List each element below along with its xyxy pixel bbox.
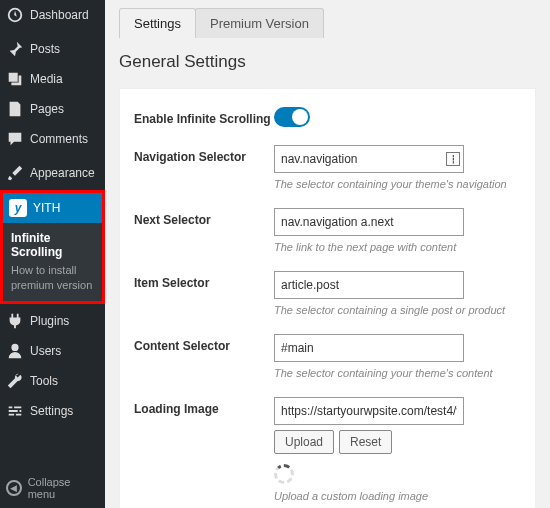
loading-label: Loading Image: [134, 397, 274, 416]
sidebar-item-pages[interactable]: Pages: [0, 94, 105, 124]
tab-premium[interactable]: Premium Version: [195, 8, 324, 38]
page-icon: [6, 100, 24, 118]
sidebar-item-settings[interactable]: Settings: [0, 396, 105, 426]
submenu-item-infinite-scrolling[interactable]: Infinite Scrolling: [11, 231, 94, 259]
comment-icon: [6, 130, 24, 148]
menu-label: Dashboard: [30, 8, 89, 22]
highlighted-menu-block: y YITH Infinite Scrolling How to install…: [0, 190, 105, 304]
admin-sidebar: Dashboard Posts Media Pages Comments App…: [0, 0, 105, 508]
sidebar-item-users[interactable]: Users: [0, 336, 105, 366]
next-selector-input[interactable]: [274, 208, 464, 236]
menu-label: Posts: [30, 42, 60, 56]
media-icon: [6, 70, 24, 88]
spinner-icon: [274, 464, 294, 484]
nav-selector-input[interactable]: [274, 145, 464, 173]
upload-button[interactable]: Upload: [274, 430, 334, 454]
item-help: The selector containing a single post or…: [274, 304, 521, 316]
sidebar-item-dashboard[interactable]: Dashboard: [0, 0, 105, 30]
loading-image-input[interactable]: [274, 397, 464, 425]
yith-submenu: Infinite Scrolling How to install premiu…: [3, 223, 102, 301]
item-label: Item Selector: [134, 271, 274, 290]
sidebar-item-plugins[interactable]: Plugins: [0, 306, 105, 336]
menu-label: Media: [30, 72, 63, 86]
loading-help: Upload a custom loading image: [274, 490, 521, 502]
content-help: The selector containing your theme's con…: [274, 367, 521, 379]
menu-label: Users: [30, 344, 61, 358]
enable-toggle[interactable]: [274, 107, 310, 127]
item-selector-input[interactable]: [274, 271, 464, 299]
sidebar-item-comments[interactable]: Comments: [0, 124, 105, 154]
main-content: Settings Premium Version General Setting…: [105, 0, 550, 508]
sidebar-item-posts[interactable]: Posts: [0, 34, 105, 64]
next-label: Next Selector: [134, 208, 274, 227]
menu-label: YITH: [33, 201, 60, 215]
menu-label: Appearance: [30, 166, 95, 180]
content-label: Content Selector: [134, 334, 274, 353]
tabs: Settings Premium Version: [119, 8, 536, 38]
pin-icon: [6, 40, 24, 58]
menu-label: Settings: [30, 404, 73, 418]
reset-image-button[interactable]: Reset: [339, 430, 392, 454]
enable-label: Enable Infinite Scrolling: [134, 107, 274, 126]
brush-icon: [6, 164, 24, 182]
menu-label: Comments: [30, 132, 88, 146]
nav-help: The selector containing your theme's nav…: [274, 178, 521, 190]
nav-label: Navigation Selector: [134, 145, 274, 164]
page-title: General Settings: [119, 52, 536, 72]
collapse-menu[interactable]: ◀ Collapse menu: [0, 468, 105, 508]
sidebar-item-appearance[interactable]: Appearance: [0, 158, 105, 188]
tab-settings[interactable]: Settings: [119, 8, 196, 38]
sliders-icon: [6, 402, 24, 420]
collapse-icon: ◀: [6, 480, 22, 496]
plug-icon: [6, 312, 24, 330]
settings-panel: Enable Infinite Scrolling Navigation Sel…: [119, 88, 536, 508]
sidebar-item-media[interactable]: Media: [0, 64, 105, 94]
yith-icon: y: [9, 199, 27, 217]
submenu-item-premium-help[interactable]: How to install premium version: [11, 263, 94, 293]
menu-label: Pages: [30, 102, 64, 116]
sidebar-item-yith[interactable]: y YITH: [3, 193, 102, 223]
next-help: The link to the next page with content: [274, 241, 521, 253]
collapse-label: Collapse menu: [28, 476, 99, 500]
sidebar-item-tools[interactable]: Tools: [0, 366, 105, 396]
input-badge-icon: ┇: [446, 152, 460, 166]
user-icon: [6, 342, 24, 360]
menu-label: Tools: [30, 374, 58, 388]
menu-label: Plugins: [30, 314, 69, 328]
wrench-icon: [6, 372, 24, 390]
dashboard-icon: [6, 6, 24, 24]
content-selector-input[interactable]: [274, 334, 464, 362]
